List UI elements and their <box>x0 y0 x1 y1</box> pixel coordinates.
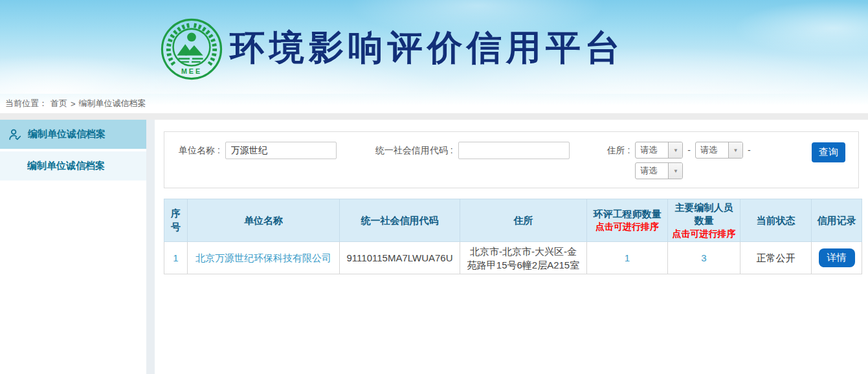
company-name-input[interactable] <box>225 142 337 159</box>
company-name-label: 单位名称 : <box>179 145 220 157</box>
sidebar-subitem-unit-credit-archive[interactable]: 编制单位诚信档案 <box>0 151 146 181</box>
chevron-down-icon[interactable]: ▼ <box>668 163 682 179</box>
credit-code-label: 统一社会信用代码 : <box>375 145 453 157</box>
engineer-count-link[interactable]: 1 <box>625 252 630 263</box>
credit-code-input[interactable] <box>458 142 570 159</box>
cell-credit-code: 91110115MA7LWUA76U <box>340 242 460 274</box>
sidebar-item-unit-credit-archive[interactable]: 编制单位诚信档案 <box>0 120 146 149</box>
range-dash: - <box>687 145 691 155</box>
table-row: 1 北京万源世纪环保科技有限公司 91110115MA7LWUA76U 北京市-… <box>164 242 862 274</box>
detail-button[interactable]: 详情 <box>819 248 855 267</box>
col-header-credit-code: 统一社会信用代码 <box>340 199 460 242</box>
table-header-row: 序号 单位名称 统一社会信用代码 住所 环评工程师数量 点击可进行排序 主要编制… <box>164 199 862 242</box>
address-field: 住所 : 请选择 ▼ - 请选择 ▼ - <box>607 142 751 179</box>
cell-index: 1 <box>164 242 188 274</box>
col-header-credit-record: 信用记录 <box>812 199 862 242</box>
breadcrumb-separator: > <box>71 99 76 109</box>
range-dash: - <box>748 145 751 155</box>
province-select[interactable]: 请选择 ▼ <box>635 142 683 159</box>
sidebar-main-gap <box>146 120 155 374</box>
divider-band <box>0 113 868 120</box>
main-panel: 单位名称 : 统一社会信用代码 : 住所 : 请选择 ▼ <box>155 120 868 374</box>
address-selects: 请选择 ▼ - 请选择 ▼ - 请选择 <box>635 142 750 179</box>
svg-text:MEE: MEE <box>181 67 202 75</box>
query-button[interactable]: 查询 <box>812 142 845 162</box>
sidebar: 编制单位诚信档案 编制单位诚信档案 <box>0 120 146 374</box>
breadcrumb-home-link[interactable]: 首页 <box>50 98 67 109</box>
company-link[interactable]: 北京万源世纪环保科技有限公司 <box>195 252 331 263</box>
district-select[interactable]: 请选择 ▼ <box>635 162 683 179</box>
col-header-engineer-count-sort[interactable]: 环评工程师数量 点击可进行排序 <box>587 199 668 242</box>
address-label: 住所 : <box>607 145 630 157</box>
mee-logo-icon: MEE <box>160 17 223 81</box>
company-name-field: 单位名称 : <box>179 142 337 159</box>
site-header: MEE 环境影响评价信用平台 <box>0 0 868 94</box>
sort-hint: 点击可进行排序 <box>590 221 665 233</box>
chevron-down-icon[interactable]: ▼ <box>668 142 682 158</box>
col-header-address: 住所 <box>460 199 587 242</box>
user-check-icon <box>8 127 22 142</box>
staff-count-link[interactable]: 3 <box>701 252 706 263</box>
cell-status: 正常公开 <box>740 242 812 274</box>
col-header-staff-count-sort[interactable]: 主要编制人员数量 点击可进行排序 <box>668 199 740 242</box>
breadcrumb-prefix: 当前位置： <box>5 98 47 109</box>
col-header-index: 序号 <box>164 199 188 242</box>
sidebar-subitem-label: 编制单位诚信档案 <box>27 160 105 172</box>
city-select[interactable]: 请选择 ▼ <box>695 142 743 159</box>
search-form: 单位名称 : 统一社会信用代码 : 住所 : 请选择 ▼ <box>164 131 859 188</box>
col-header-status: 当前状态 <box>740 199 812 242</box>
cell-address: 北京市-北京市-大兴区-金苑路甲15号6幢2层A215室 <box>460 242 587 274</box>
col-header-company: 单位名称 <box>188 199 340 242</box>
sidebar-item-label: 编制单位诚信档案 <box>28 128 106 140</box>
brand: MEE 环境影响评价信用平台 <box>160 17 625 81</box>
site-title: 环境影响评价信用平台 <box>230 30 625 69</box>
content: 编制单位诚信档案 编制单位诚信档案 单位名称 : 统一社会信用代码 : 住所 : <box>0 120 868 374</box>
breadcrumb: 当前位置： 首页 > 编制单位诚信档案 <box>0 94 868 113</box>
credit-code-field: 统一社会信用代码 : <box>375 142 570 159</box>
page: MEE 环境影响评价信用平台 当前位置： 首页 > 编制单位诚信档案 编制单位诚… <box>0 0 868 374</box>
results-table: 序号 单位名称 统一社会信用代码 住所 环评工程师数量 点击可进行排序 主要编制… <box>164 199 862 274</box>
sort-hint: 点击可进行排序 <box>671 228 737 240</box>
breadcrumb-current: 编制单位诚信档案 <box>79 98 146 109</box>
chevron-down-icon[interactable]: ▼ <box>728 142 742 158</box>
